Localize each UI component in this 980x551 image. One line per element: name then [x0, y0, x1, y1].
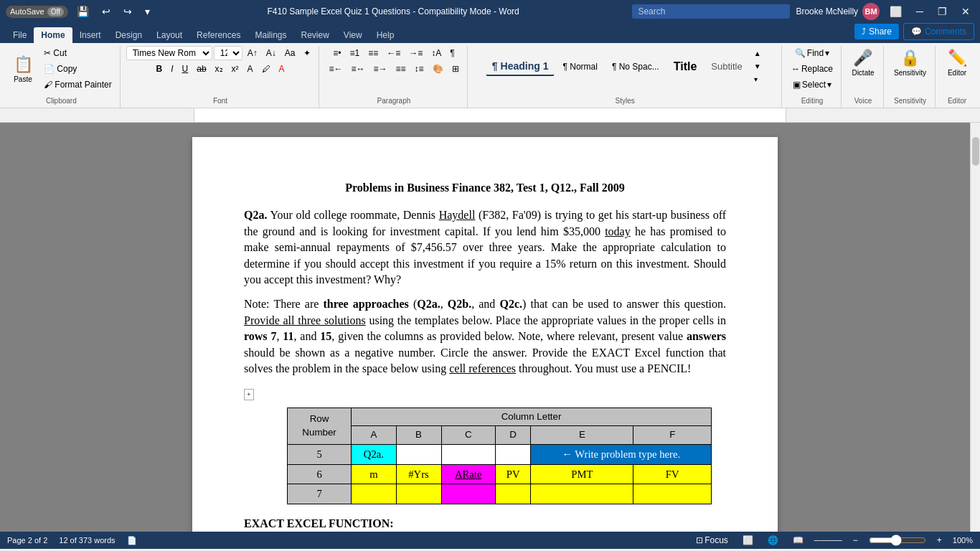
styles-scroll[interactable]: ▲ ▼ ▾ [750, 47, 765, 85]
tab-file[interactable]: File [6, 27, 34, 43]
dictate-icon: 🎤 [853, 49, 872, 67]
highlight-button[interactable]: 🖊 [258, 62, 274, 76]
tab-help[interactable]: Help [369, 27, 402, 43]
paste-button[interactable]: 📋 Paste [7, 52, 39, 86]
ribbon-display-button[interactable]: ⬜ [885, 6, 906, 17]
col-d-header: D [495, 426, 530, 445]
web-layout-button[interactable]: 🌐 [764, 533, 782, 547]
row7-num: 7 [288, 484, 352, 504]
shading-button[interactable]: 🎨 [429, 62, 447, 76]
italic-button[interactable]: I [167, 62, 176, 76]
increase-indent-button[interactable]: →≡ [405, 46, 426, 60]
vertical-scrollbar[interactable] [970, 123, 980, 532]
borders-button[interactable]: ⊞ [448, 62, 463, 76]
undo-button[interactable]: ↩ [98, 6, 115, 17]
change-case-button[interactable]: Aa [281, 46, 299, 60]
font-color-button[interactable]: A [244, 62, 257, 76]
table1: RowNumber Column Letter A B C D E F 5 Q2… [287, 408, 712, 504]
style-nospace[interactable]: ¶ No Spac... [606, 58, 666, 75]
zoom-slider[interactable] [869, 534, 926, 546]
justify-button[interactable]: ≡≡ [392, 62, 409, 76]
scrollbar-thumb[interactable] [972, 137, 979, 166]
replace-button[interactable]: ↔ Replace [788, 62, 837, 76]
row5-b [396, 445, 441, 465]
read-mode-button[interactable]: 📖 [789, 533, 807, 547]
restore-button[interactable]: ❐ [933, 6, 951, 17]
subscript-button[interactable]: x₂ [212, 62, 227, 76]
numbering-button[interactable]: ≡1 [346, 46, 363, 60]
tab-review[interactable]: Review [293, 27, 336, 43]
decrease-indent-button[interactable]: ←≡ [383, 46, 404, 60]
align-center-button[interactable]: ≡↔ [347, 62, 368, 76]
font-shrink-button[interactable]: A↓ [263, 46, 280, 60]
dictate-button[interactable]: 🎤 Dictate [847, 46, 879, 80]
bullets-button[interactable]: ≡• [329, 46, 344, 60]
align-left-button[interactable]: ≡← [325, 62, 346, 76]
row6-num: 6 [288, 464, 352, 484]
minimize-button[interactable]: ─ [912, 6, 928, 17]
autosave-toggle[interactable]: AutoSave Off [6, 6, 68, 18]
style-title[interactable]: Title [667, 57, 704, 77]
customize-button[interactable]: ▾ [141, 6, 154, 17]
font-size-select[interactable]: 12 [214, 46, 242, 60]
row6-b: #Yrs [396, 464, 441, 484]
line-spacing-button[interactable]: ↕≡ [410, 62, 427, 76]
superscript-button[interactable]: x² [228, 62, 242, 76]
row6-a: m [352, 464, 396, 484]
tab-view[interactable]: View [336, 27, 369, 43]
zoom-out-button[interactable]: − [849, 533, 862, 547]
font-grow-button[interactable]: A↑ [244, 46, 261, 60]
document-page: Problems in Business Finance 382, Test 1… [192, 137, 778, 532]
tab-design[interactable]: Design [108, 27, 149, 43]
user-name: Brooke McNeilly [796, 6, 858, 17]
search-input[interactable] [632, 4, 790, 19]
styles-expand[interactable]: ▾ [750, 73, 765, 85]
styles-scroll-down[interactable]: ▼ [750, 60, 765, 72]
strikethrough-button[interactable]: ab [193, 62, 209, 76]
row7-f [633, 484, 712, 504]
sort-button[interactable]: ↕A [428, 46, 445, 60]
redo-button[interactable]: ↪ [119, 6, 136, 17]
style-subtitle[interactable]: Subtitle [705, 57, 748, 75]
style-normal[interactable]: ¶ Normal [556, 58, 603, 75]
styles-scroll-up[interactable]: ▲ [750, 47, 765, 60]
row7-a [352, 484, 396, 504]
row5-e: ← Write problem type here. [531, 445, 712, 465]
align-right-button[interactable]: ≡→ [369, 62, 390, 76]
document-title-bar: F410 Sample Excel Quiz 1 Questions - Com… [154, 6, 633, 17]
expand-icon-area: + [244, 385, 726, 401]
multilevel-list-button[interactable]: ≡≡ [364, 46, 382, 60]
focus-button[interactable]: ⊡ Focus [692, 533, 732, 547]
cut-button[interactable]: ✂ Cut [40, 46, 116, 60]
editor-button[interactable]: ✏️ Editor [941, 46, 973, 80]
zoom-in-button[interactable]: + [933, 533, 946, 547]
ruler [0, 108, 980, 123]
expand-icon[interactable]: + [244, 389, 254, 400]
underline-button[interactable]: U [179, 62, 192, 76]
find-button[interactable]: 🔍 Find ▾ [791, 46, 833, 60]
tab-layout[interactable]: Layout [149, 27, 189, 43]
tab-references[interactable]: References [189, 27, 248, 43]
doc-scroll[interactable]: Problems in Business Finance 382, Test 1… [0, 123, 970, 532]
font-family-select[interactable]: Times New Rom [126, 46, 212, 60]
save-button[interactable]: 💾 [72, 6, 93, 17]
bold-button[interactable]: B [153, 62, 166, 76]
ribbon-group-editing: 🔍 Find ▾ ↔ Replace ▣ Select ▾ Editing [783, 46, 842, 108]
style-heading1[interactable]: ¶ Heading 1 [486, 57, 555, 76]
select-button[interactable]: ▣ Select ▾ [789, 77, 835, 92]
comments-button[interactable]: 💬 Comments [903, 23, 974, 40]
share-button[interactable]: ⤴ Share [854, 24, 899, 39]
sensitivity-button[interactable]: 🔒 Sensitivity [890, 46, 930, 80]
header-row: RowNumber [288, 408, 352, 444]
tab-home[interactable]: Home [34, 27, 72, 43]
text-color-button[interactable]: A [275, 62, 288, 76]
show-hide-button[interactable]: ¶ [446, 46, 458, 60]
clear-format-button[interactable]: ✦ [300, 46, 314, 60]
copy-button[interactable]: 📄 Copy [40, 62, 116, 76]
col-b-header: B [396, 426, 441, 445]
close-button[interactable]: ✕ [957, 6, 974, 17]
tab-insert[interactable]: Insert [72, 27, 108, 43]
format-painter-button[interactable]: 🖌 Format Painter [40, 77, 116, 92]
print-layout-button[interactable]: ⬜ [739, 533, 757, 547]
tab-mailings[interactable]: Mailings [248, 27, 293, 43]
